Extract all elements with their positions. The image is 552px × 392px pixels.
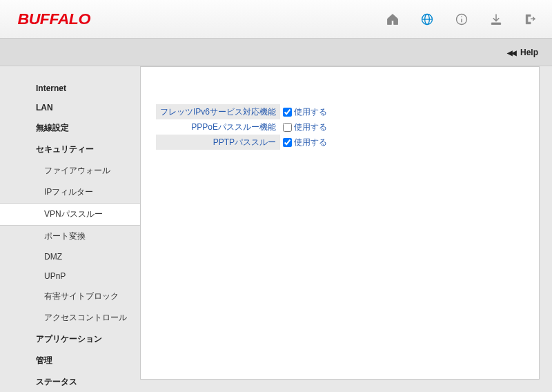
sidebar-item[interactable]: LAN — [0, 98, 140, 117]
sidebar-subitem[interactable]: ポート変換 — [0, 226, 140, 247]
home-icon[interactable] — [385, 12, 400, 27]
header-toolbar — [385, 12, 538, 27]
setting-checkbox[interactable] — [283, 108, 292, 117]
help-link[interactable]: ◀◀ Help — [507, 48, 538, 57]
settings-table: フレッツIPv6サービス対応機能使用するPPPoEパススルー機能使用するPPTP… — [156, 104, 331, 150]
setting-checkbox-label: 使用する — [294, 137, 327, 147]
setting-label: フレッツIPv6サービス対応機能 — [156, 104, 280, 119]
sidebar-item[interactable]: Internet — [0, 79, 140, 98]
brand-logo: BUFFALO — [17, 10, 90, 28]
help-bar: ◀◀ Help — [0, 39, 552, 66]
sidebar-item[interactable]: アプリケーション — [0, 329, 140, 350]
settings-row: フレッツIPv6サービス対応機能使用する — [156, 104, 331, 119]
setting-value: 使用する — [280, 119, 331, 135]
settings-row: PPTPパススルー使用する — [156, 135, 331, 150]
setting-value: 使用する — [280, 135, 331, 150]
header: BUFFALO — [0, 0, 552, 39]
setting-label: PPTPパススルー — [156, 135, 280, 150]
svg-point-5 — [461, 16, 462, 17]
sidebar-subitem[interactable]: 有害サイトブロック — [0, 286, 140, 307]
sidebar-item[interactable]: ステータス — [0, 371, 140, 392]
sidebar-item[interactable]: 無線設定 — [0, 117, 140, 139]
settings-row: PPPoEパススルー機能使用する — [156, 119, 331, 135]
content-panel: フレッツIPv6サービス対応機能使用するPPPoEパススルー機能使用するPPTP… — [140, 66, 540, 380]
globe-icon[interactable] — [420, 12, 435, 27]
setting-checkbox-label: 使用する — [294, 122, 327, 132]
logout-icon[interactable] — [523, 12, 538, 27]
sidebar-subitem[interactable]: ファイアウォール — [0, 160, 140, 182]
download-icon[interactable] — [489, 12, 504, 27]
sidebar-subitem[interactable]: DMZ — [0, 247, 140, 266]
setting-checkbox[interactable] — [283, 138, 292, 147]
sidebar-item[interactable]: セキュリティー — [0, 139, 140, 160]
sidebar-subitem[interactable]: UPnP — [0, 266, 140, 286]
sidebar-item[interactable]: 管理 — [0, 350, 140, 371]
setting-checkbox[interactable] — [283, 123, 292, 132]
sidebar-subitem[interactable]: アクセスコントロール — [0, 307, 140, 329]
setting-label: PPPoEパススルー機能 — [156, 119, 280, 135]
sidebar-subitem[interactable]: IPフィルター — [0, 182, 140, 203]
setting-checkbox-label: 使用する — [294, 107, 327, 117]
sidebar-subitem[interactable]: VPNパススルー — [0, 203, 140, 226]
info-icon[interactable] — [454, 12, 469, 27]
setting-value: 使用する — [280, 104, 331, 119]
sidebar: InternetLAN無線設定セキュリティーファイアウォールIPフィルターVPN… — [0, 66, 140, 392]
